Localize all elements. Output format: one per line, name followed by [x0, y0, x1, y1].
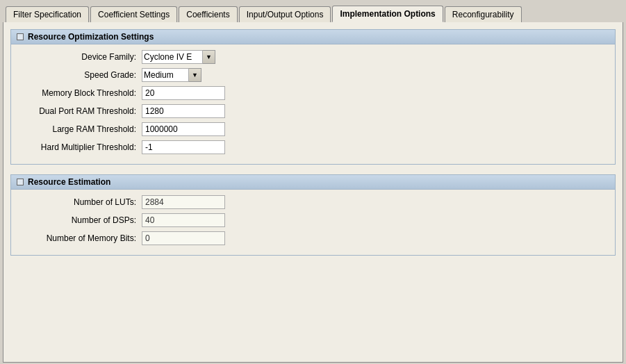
- hard-multiplier-threshold-input[interactable]: [142, 140, 225, 154]
- speed-dropdown-arrow-icon: ▼: [192, 72, 198, 78]
- num-dsps-value: [142, 213, 225, 227]
- hard-multiplier-threshold-label: Hard Multiplier Threshold:: [18, 142, 142, 152]
- tab-implementation-options[interactable]: Implementation Options: [332, 6, 443, 22]
- num-memory-bits-row: Number of Memory Bits:: [18, 231, 608, 245]
- tab-filter-specification[interactable]: Filter Specification: [6, 6, 89, 22]
- resource-estimation-content: Number of LUTs: Number of DSPs: Number o…: [11, 190, 615, 255]
- num-dsps-row: Number of DSPs:: [18, 213, 608, 227]
- num-dsps-label: Number of DSPs:: [18, 215, 142, 225]
- dual-port-ram-threshold-row: Dual Port RAM Threshold:: [18, 104, 608, 118]
- device-family-dropdown-btn[interactable]: ▼: [203, 50, 215, 64]
- resource-optimization-header: Resource Optimization Settings: [11, 30, 615, 44]
- num-luts-value: [142, 195, 225, 209]
- content-panel: Resource Optimization Settings Device Fa…: [3, 22, 623, 363]
- resource-estimation-section: Resource Estimation Number of LUTs: Numb…: [10, 174, 616, 256]
- memory-block-threshold-label: Memory Block Threshold:: [18, 88, 142, 98]
- large-ram-threshold-label: Large RAM Threshold:: [18, 124, 142, 134]
- num-luts-row: Number of LUTs:: [18, 195, 608, 209]
- speed-grade-label: Speed Grade:: [18, 70, 142, 80]
- memory-block-threshold-input[interactable]: [142, 86, 225, 100]
- dropdown-arrow-icon: ▼: [206, 53, 212, 60]
- speed-grade-row: Speed Grade: ▼: [18, 68, 608, 82]
- speed-grade-input[interactable]: [142, 68, 189, 82]
- device-family-row: Device Family: ▼: [18, 50, 608, 64]
- main-container: Filter Specification Coefficient Setting…: [0, 0, 626, 364]
- dual-port-ram-threshold-label: Dual Port RAM Threshold:: [18, 106, 142, 116]
- device-family-label: Device Family:: [18, 52, 142, 62]
- num-memory-bits-label: Number of Memory Bits:: [18, 233, 142, 243]
- hard-multiplier-threshold-row: Hard Multiplier Threshold:: [18, 140, 608, 154]
- device-family-select-wrapper: ▼: [142, 50, 215, 64]
- tab-input-output-options[interactable]: Input/Output Options: [239, 6, 331, 22]
- dual-port-ram-threshold-input[interactable]: [142, 104, 225, 118]
- resource-estimation-header: Resource Estimation: [11, 175, 615, 190]
- num-luts-label: Number of LUTs:: [18, 197, 142, 207]
- resource-optimization-content: Device Family: ▼ Speed Grade: ▼: [11, 44, 615, 164]
- device-family-input[interactable]: [142, 50, 203, 64]
- speed-grade-dropdown-btn[interactable]: ▼: [189, 68, 201, 82]
- memory-block-threshold-row: Memory Block Threshold:: [18, 86, 608, 100]
- tab-bar: Filter Specification Coefficient Setting…: [3, 3, 623, 22]
- large-ram-threshold-input[interactable]: [142, 122, 225, 136]
- large-ram-threshold-row: Large RAM Threshold:: [18, 122, 608, 136]
- tab-reconfigurability[interactable]: Reconfigurability: [445, 6, 522, 22]
- resource-optimization-section: Resource Optimization Settings Device Fa…: [10, 29, 616, 165]
- num-memory-bits-value: [142, 231, 225, 245]
- tab-coefficients[interactable]: Coefficients: [179, 6, 237, 22]
- speed-grade-select-wrapper: ▼: [142, 68, 201, 82]
- tab-coefficient-settings[interactable]: Coefficient Settings: [90, 6, 177, 22]
